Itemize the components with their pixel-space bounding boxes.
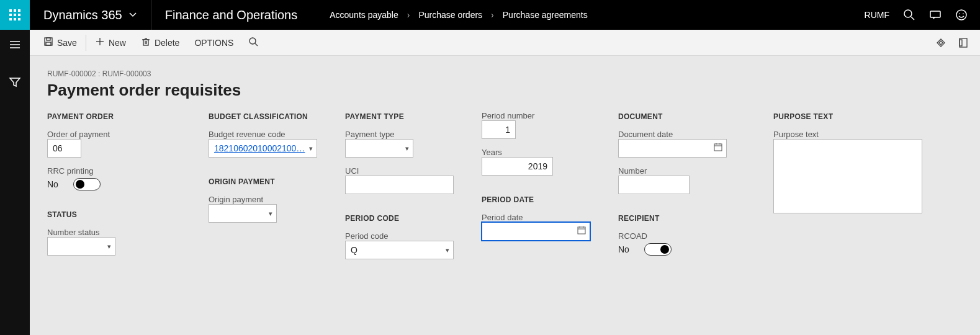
- menu-icon[interactable]: [9, 38, 21, 51]
- payment-type-select[interactable]: ▾: [345, 139, 413, 158]
- company-code[interactable]: RUMF: [865, 10, 889, 20]
- svg-rect-20: [46, 42, 51, 45]
- chevron-down-icon: ▾: [446, 246, 449, 254]
- svg-rect-31: [960, 40, 962, 46]
- svg-point-12: [956, 10, 966, 20]
- rcoad-toggle[interactable]: [644, 243, 672, 256]
- crumb-sep: ›: [491, 10, 494, 20]
- topbar-right: RUMF: [852, 9, 980, 21]
- attach-icon[interactable]: [935, 37, 946, 48]
- document-head: DOCUMENT: [618, 112, 748, 121]
- budget-rev-code-label: Budget revenue code: [209, 130, 320, 139]
- crumb-1[interactable]: Purchase orders: [418, 10, 482, 20]
- period-date-head: PERIOD DATE: [482, 195, 593, 204]
- years-label: Years: [482, 148, 593, 157]
- period-number-label: Period number: [482, 111, 593, 120]
- crumb-2[interactable]: Purchase agreements: [503, 10, 588, 20]
- search-icon[interactable]: [903, 9, 915, 21]
- new-label: New: [109, 38, 126, 48]
- origin-payment-select[interactable]: ▾: [209, 204, 277, 223]
- chevron-down-icon: ▾: [309, 145, 313, 153]
- crumb-0[interactable]: Accounts payable: [330, 10, 398, 20]
- budget-head: BUDGET CLASSIFICATION: [209, 112, 320, 121]
- svg-rect-19: [47, 38, 50, 40]
- period-code-head: PERIOD CODE: [345, 214, 457, 223]
- status-head: STATUS: [47, 210, 184, 219]
- payment-type-label: Payment type: [345, 130, 457, 139]
- calendar-icon[interactable]: [577, 226, 586, 237]
- purpose-textarea[interactable]: [773, 139, 922, 213]
- svg-point-14: [963, 13, 964, 14]
- svg-line-29: [255, 43, 258, 46]
- uci-label: UCI: [345, 166, 457, 176]
- calendar-icon[interactable]: [714, 143, 722, 154]
- rcoad-value: No: [618, 244, 629, 254]
- payment-order-head: PAYMENT ORDER: [47, 112, 184, 121]
- page-title: Payment order requisites: [47, 81, 963, 100]
- rrc-printing-label: RRC printing: [47, 166, 184, 176]
- period-date-input[interactable]: [482, 223, 590, 240]
- left-rail: [0, 30, 30, 335]
- chevron-down-icon: ▾: [107, 243, 111, 251]
- office-icon[interactable]: [958, 37, 969, 48]
- messages-icon[interactable]: [929, 9, 942, 21]
- plus-icon: [95, 37, 105, 48]
- options-label: OPTIONS: [194, 38, 233, 48]
- brand-dropdown[interactable]: Dynamics 365: [30, 0, 151, 30]
- period-code-label: Period code: [345, 231, 457, 241]
- document-number-label: Number: [618, 166, 748, 176]
- col-document: DOCUMENT Document date Number RECIPIENT …: [618, 111, 748, 259]
- document-date-label: Document date: [618, 130, 748, 139]
- origin-payment-label: Origin payment: [209, 195, 320, 204]
- rrc-printing-value: No: [47, 179, 58, 189]
- svg-rect-8: [18, 18, 20, 20]
- smile-icon[interactable]: [955, 9, 968, 21]
- svg-rect-6: [9, 18, 12, 20]
- purpose-label: Purpose text: [773, 130, 922, 139]
- budget-rev-code-select[interactable]: 18210602010002100… ▾: [209, 139, 317, 158]
- breadcrumb: Accounts payable › Purchase orders › Pur…: [311, 10, 588, 20]
- years-input[interactable]: [482, 157, 553, 176]
- page-subtitle: RUMF-000002 : RUMF-000003: [47, 69, 963, 78]
- col-budget: BUDGET CLASSIFICATION Budget revenue cod…: [209, 111, 320, 259]
- filter-icon[interactable]: [9, 76, 21, 88]
- delete-button[interactable]: Delete: [133, 30, 187, 56]
- app-launcher-button[interactable]: [0, 0, 30, 30]
- crumb-sep: ›: [407, 10, 410, 20]
- rrc-printing-toggle[interactable]: [73, 178, 101, 190]
- options-button[interactable]: OPTIONS: [187, 30, 241, 56]
- save-button[interactable]: Save: [36, 30, 84, 56]
- svg-rect-3: [9, 14, 12, 16]
- svg-rect-4: [14, 14, 16, 16]
- new-button[interactable]: New: [88, 30, 133, 56]
- brand-label: Dynamics 365: [43, 8, 122, 22]
- budget-rev-code-value: 18210602010002100…: [214, 143, 305, 153]
- order-of-payment-input[interactable]: [47, 139, 81, 158]
- trash-icon: [141, 37, 151, 48]
- uci-input[interactable]: [345, 176, 454, 194]
- svg-point-13: [959, 13, 960, 14]
- col-payment-order: PAYMENT ORDER Order of payment RRC print…: [47, 111, 184, 259]
- action-search-button[interactable]: [241, 30, 266, 56]
- top-bar: Dynamics 365 Finance and Operations Acco…: [0, 0, 980, 30]
- svg-point-28: [249, 38, 256, 44]
- period-number-input[interactable]: [482, 120, 516, 139]
- action-bar: Save New Delete OPTIONS: [30, 30, 980, 56]
- document-date-input-wrapper: [618, 139, 727, 158]
- svg-rect-0: [9, 9, 12, 12]
- svg-rect-39: [714, 144, 722, 151]
- module-label: Finance and Operations: [151, 8, 311, 22]
- svg-point-9: [904, 10, 912, 17]
- chevron-down-icon: ▾: [405, 145, 409, 153]
- delete-label: Delete: [155, 38, 179, 48]
- number-status-select[interactable]: ▾: [47, 237, 115, 256]
- document-date-input[interactable]: [619, 140, 726, 157]
- period-code-select[interactable]: Q ▾: [345, 241, 454, 259]
- document-number-input[interactable]: [618, 176, 690, 194]
- search-icon: [248, 37, 258, 48]
- svg-rect-2: [18, 9, 20, 12]
- period-code-value: Q: [351, 245, 357, 255]
- number-status-label: Number status: [47, 228, 184, 237]
- svg-rect-11: [930, 11, 940, 17]
- waffle-icon: [9, 9, 20, 20]
